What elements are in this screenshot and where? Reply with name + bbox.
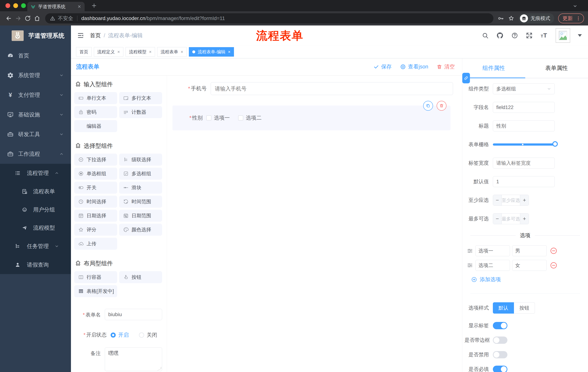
style-default-button[interactable]: 默认 (493, 302, 514, 314)
gender-component-selected[interactable]: *性别 选项一 选项二 (172, 106, 451, 130)
app-logo[interactable]: 芋道管理系统 (0, 25, 71, 46)
palette-item-upload[interactable]: 上传 (74, 238, 117, 250)
tab-component-props[interactable]: 组件属性 (462, 58, 525, 78)
maximize-window-button[interactable] (21, 3, 26, 8)
help-icon[interactable] (511, 32, 518, 39)
option-label-input[interactable] (475, 245, 510, 256)
minimize-window-button[interactable] (13, 3, 18, 8)
font-size-icon[interactable]: TT (540, 32, 548, 39)
sidebar-item-task-mgmt[interactable]: 任务管理 (0, 237, 71, 255)
palette-item-counter[interactable]: 123 计数器 (119, 106, 162, 118)
palette-item-checkbox-group[interactable]: 多选框组 (119, 168, 162, 180)
field-name-input[interactable] (493, 102, 555, 113)
option-value-input[interactable] (512, 245, 547, 256)
sidebar-item-user-groups[interactable]: 用户分组 (0, 201, 71, 219)
palette-item-button[interactable]: 按钮 (119, 271, 162, 283)
style-button-button[interactable]: 按钮 (514, 302, 535, 314)
address-bar[interactable]: 不安全 dashboard.yudao.iocoder.cn/bpm/manag… (45, 13, 494, 23)
default-value-input[interactable] (493, 176, 555, 187)
stepper-increase-button[interactable]: + (520, 195, 529, 205)
border-toggle[interactable] (493, 337, 507, 344)
status-radio-on[interactable]: 开启 (111, 331, 129, 339)
sidebar-item-process-model[interactable]: 流程模型 (0, 219, 71, 237)
form-grid-slider[interactable] (493, 139, 555, 150)
tag-process-definition[interactable]: 流程定义× (94, 47, 123, 57)
palette-item-editor[interactable]: 编辑器 (74, 120, 117, 132)
label-width-input[interactable] (493, 158, 555, 169)
palette-item-password[interactable]: 密码 (74, 106, 117, 118)
palette-item-single-text[interactable]: 单行文本 (74, 92, 117, 104)
sidebar-item-process-mgmt[interactable]: 流程管理 (0, 164, 71, 182)
min-select-stepper[interactable]: − 至少应选 + (493, 195, 529, 206)
phone-input[interactable] (211, 82, 453, 95)
browser-menu-icon[interactable] (576, 16, 581, 21)
show-label-toggle[interactable] (493, 322, 507, 329)
search-icon[interactable] (482, 32, 489, 39)
option-value-input[interactable] (512, 260, 547, 271)
component-type-select[interactable]: 多选框组 (493, 83, 555, 94)
remove-option-button[interactable] (550, 261, 558, 269)
browser-tab[interactable]: 芋道管理系统 (27, 2, 84, 11)
back-button[interactable] (4, 14, 13, 23)
status-radio-off[interactable]: 关闭 (139, 331, 157, 339)
drag-handle-icon[interactable] (467, 262, 473, 269)
palette-item-date-range[interactable]: 日期范围 (119, 210, 162, 222)
add-option-button[interactable]: 添加选项 (471, 276, 588, 283)
form-remark-textarea[interactable]: 嘿嘿 (105, 347, 162, 371)
fullscreen-icon[interactable] (526, 32, 533, 39)
sidebar-item-system[interactable]: 系统管理 (0, 65, 71, 85)
tag-process-model[interactable]: 流程模型× (126, 47, 155, 57)
gender-option-1[interactable]: 选项一 (206, 114, 230, 122)
sidebar-collapse-icon[interactable] (77, 32, 84, 39)
sidebar-item-leave-query[interactable]: 请假查询 (0, 255, 71, 274)
disabled-toggle[interactable] (493, 351, 507, 358)
clear-button[interactable]: 清空 (437, 63, 455, 70)
close-window-button[interactable] (5, 3, 10, 8)
password-key-icon[interactable] (497, 15, 504, 22)
avatar-caret-icon[interactable] (578, 34, 582, 37)
palette-item-multi-text[interactable]: 多行文本 (119, 92, 162, 104)
checkbox-box[interactable] (238, 115, 243, 120)
sidebar-item-devtools[interactable]: 研发工具 (0, 125, 71, 144)
palette-item-radio-group[interactable]: 单选框组 (74, 168, 117, 180)
sidebar-item-home[interactable]: 首页 (0, 46, 71, 65)
palette-item-cascader[interactable]: 级联选择 (119, 154, 162, 166)
tab-close-icon[interactable] (77, 5, 81, 9)
palette-item-time-range[interactable]: 时间范围 (119, 196, 162, 208)
tag-close-icon[interactable]: × (228, 49, 231, 54)
gender-option-2[interactable]: 选项二 (238, 114, 262, 122)
save-button[interactable]: 保存 (374, 63, 392, 70)
palette-item-color-picker[interactable]: 颜色选择 (119, 224, 162, 236)
breadcrumb-home[interactable]: 首页 (90, 32, 101, 39)
stepper-increase-button[interactable]: + (520, 213, 529, 224)
tag-process-form-edit[interactable]: 流程表单-编辑× (189, 47, 234, 57)
slider-handle[interactable] (552, 141, 558, 147)
avatar[interactable] (556, 28, 570, 43)
stepper-decrease-button[interactable]: − (493, 195, 502, 205)
tag-process-form[interactable]: 流程表单× (157, 47, 187, 57)
drag-handle-icon[interactable] (467, 247, 473, 254)
palette-item-slider[interactable]: 滑块 (119, 182, 162, 194)
chrome-update-button[interactable]: 更新 (558, 13, 584, 23)
tag-close-icon[interactable]: × (149, 49, 152, 54)
palette-item-table[interactable]: 表格[开发中] (74, 285, 117, 297)
checkbox-box[interactable] (206, 115, 211, 120)
stepper-decrease-button[interactable]: − (493, 213, 502, 224)
tab-list-chevron-icon[interactable] (572, 3, 578, 9)
remove-option-button[interactable] (550, 247, 558, 255)
sidebar-item-infra[interactable]: 基础设施 (0, 105, 71, 125)
palette-item-switch[interactable]: 开关 (74, 182, 117, 194)
tag-close-icon[interactable]: × (117, 49, 120, 54)
sidebar-item-process-form[interactable]: 流程表单 (0, 182, 71, 201)
tab-form-props[interactable]: 表单属性 (525, 58, 588, 78)
title-input[interactable] (493, 120, 555, 131)
option-label-input[interactable] (475, 260, 510, 271)
tag-home[interactable]: 首页 (76, 47, 92, 57)
sidebar-item-workflow[interactable]: 工作流程 (0, 144, 71, 164)
duplicate-component-button[interactable] (423, 101, 433, 111)
new-tab-button[interactable] (91, 2, 97, 9)
bookmark-star-icon[interactable] (508, 15, 514, 22)
tag-close-icon[interactable]: × (181, 49, 183, 54)
palette-item-row-container[interactable]: 行容器 (74, 271, 117, 283)
palette-item-time-picker[interactable]: 时间选择 (74, 196, 117, 208)
